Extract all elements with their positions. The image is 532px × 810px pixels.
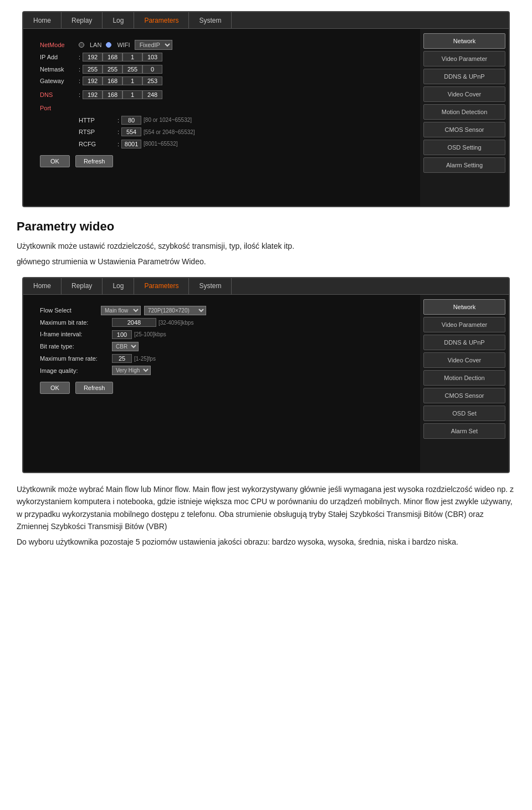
rcfg-input[interactable] (121, 140, 141, 148)
network-form: NetMode LAN WIFI FixedIP DHCP IP Add (23, 29, 420, 206)
maxbitrate-input[interactable] (112, 318, 156, 327)
maxframe-input[interactable] (112, 354, 132, 363)
nav-replay-1[interactable]: Replay (62, 12, 103, 28)
rtsp-label: RTSP (79, 127, 117, 137)
gateway-3[interactable] (122, 76, 142, 85)
flow-res-dropdown[interactable]: 720P(1280×720) 1080P(1920×1080) (144, 306, 206, 315)
http-row: HTTP : [80 or 1024~65532] (40, 116, 403, 125)
ipadd-4[interactable] (142, 53, 162, 61)
sidebar-motion-1[interactable]: Motion Detection (423, 104, 505, 120)
cam-nav-2: Home Replay Log Parameters System (23, 278, 509, 295)
http-hint: [80 or 1024~65532] (144, 116, 192, 124)
flow-select-row: Flow Select Main flow Minor flow 720P(12… (40, 306, 403, 315)
quality-row: Image quality: Very High High Medium Low… (40, 366, 403, 375)
sidebar-alarm-1[interactable]: Alarm Setting (423, 157, 505, 173)
maxframe-hint: [1-25]fps (134, 355, 156, 363)
lan-radio[interactable] (79, 42, 84, 48)
heading-parametry-wideo: Parametry wideo (17, 217, 515, 235)
iframe-hint: [25-100]kbps (134, 330, 166, 339)
netmask-4[interactable] (142, 65, 162, 74)
netmask-label: Netmask (40, 65, 79, 74)
nav-home-1[interactable]: Home (23, 12, 62, 28)
action-buttons-1: OK Refresh (40, 155, 403, 167)
wifi-label: WIFI (117, 40, 130, 50)
netmode-row: NetMode LAN WIFI FixedIP DHCP (40, 40, 403, 50)
http-input[interactable] (121, 116, 141, 125)
netmask-row: Netmask : (40, 65, 403, 74)
page-wrapper: Home Replay Log Parameters System NetMod… (0, 0, 532, 571)
refresh-button-1[interactable]: Refresh (75, 155, 114, 167)
rtsp-input[interactable] (121, 127, 141, 136)
quality-dropdown[interactable]: Very High High Medium Low Very Low (112, 366, 151, 375)
ipadd-1[interactable] (83, 53, 103, 61)
netmask-1[interactable] (83, 65, 103, 74)
wifi-radio[interactable] (106, 42, 111, 48)
sidebar-cmos-1[interactable]: CMOS Sensor (423, 122, 505, 137)
iframe-row: I-frame interval: [25-100]kbps (40, 330, 403, 339)
ipadd-2[interactable] (103, 53, 122, 61)
maxframe-row: Maximum frame rate: [1-25]fps (40, 354, 403, 363)
refresh-button-2[interactable]: Refresh (75, 382, 114, 394)
nav-log-1[interactable]: Log (103, 12, 134, 28)
gateway-row: Gateway : (40, 76, 403, 86)
cam-body-2: Flow Select Main flow Minor flow 720P(12… (23, 295, 509, 472)
ok-button-1[interactable]: OK (40, 155, 70, 167)
dns-2[interactable] (103, 90, 122, 99)
dns-row: DNS : (40, 90, 403, 100)
iframe-input[interactable] (112, 330, 132, 339)
sidebar-ddns-1[interactable]: DDNS & UPnP (423, 69, 505, 84)
sidebar-video-cover-1[interactable]: Video Cover (423, 86, 505, 102)
nav-replay-2[interactable]: Replay (62, 278, 103, 294)
port-label: Port (40, 104, 79, 113)
sidebar-ddns-2[interactable]: DDNS & UPnP (423, 335, 505, 350)
nav-parameters-1[interactable]: Parameters (134, 12, 189, 28)
maxframe-label: Maximum frame rate: (40, 354, 112, 363)
iframe-label: I-frame interval: (40, 330, 112, 339)
netmask-2[interactable] (103, 65, 122, 74)
sidebar-osd-1[interactable]: OSD Setting (423, 140, 505, 155)
rcfg-hint: [8001~65532] (144, 140, 177, 148)
gateway-2[interactable] (103, 76, 122, 85)
maxbitrate-hint: [32-4096]kbps (158, 319, 193, 327)
text-paragraph-1-0: Użytkownik może ustawić rozdzielczość, s… (17, 240, 515, 252)
nav-parameters-2[interactable]: Parameters (134, 278, 189, 294)
rcfg-row: RCFG : [8001~65532] (40, 140, 403, 149)
ok-button-2[interactable]: OK (40, 382, 70, 394)
sidebar-cmos-2[interactable]: CMOS Sensor (423, 388, 505, 403)
sidebar-network-1[interactable]: Network (423, 33, 505, 49)
netmode-label: NetMode (40, 40, 79, 50)
sidebar-video-param-1[interactable]: Video Parameter (423, 51, 505, 66)
gateway-1[interactable] (83, 76, 103, 85)
sidebar-motion-2[interactable]: Motion Dection (423, 370, 505, 386)
flow-main-dropdown[interactable]: Main flow Minor flow (101, 306, 141, 315)
fixedip-dropdown[interactable]: FixedIP DHCP (135, 40, 172, 50)
rtsp-row: RTSP : [554 or 2048~65532] (40, 127, 403, 137)
gateway-label: Gateway (40, 76, 79, 86)
port-section-row: Port (40, 104, 403, 113)
cam-sidebar-2: Network Video Parameter DDNS & UPnP Vide… (420, 295, 509, 472)
sidebar-network-2[interactable]: Network (423, 299, 505, 315)
bitrate-dropdown[interactable]: CBR VBR (112, 342, 139, 351)
dns-1[interactable] (83, 90, 103, 99)
sidebar-alarm-2[interactable]: Alarm Set (423, 423, 505, 439)
action-buttons-2: OK Refresh (40, 382, 403, 394)
sidebar-osd-2[interactable]: OSD Set (423, 406, 505, 421)
sidebar-video-param-2[interactable]: Video Parameter (423, 317, 505, 332)
ipadd-3[interactable] (122, 53, 142, 61)
flow-select-label: Flow Select (40, 306, 101, 315)
dns-3[interactable] (122, 90, 142, 99)
dns-4[interactable] (142, 90, 162, 99)
dns-label: DNS (40, 90, 79, 100)
cam-nav-1: Home Replay Log Parameters System (23, 12, 509, 29)
gateway-4[interactable] (142, 76, 162, 85)
nav-log-2[interactable]: Log (103, 278, 134, 294)
sidebar-video-cover-2[interactable]: Video Cover (423, 352, 505, 368)
nav-system-2[interactable]: System (189, 278, 232, 294)
maxbitrate-label: Maximum bit rate: (40, 318, 112, 327)
nav-home-2[interactable]: Home (23, 278, 62, 294)
bitrate-row: Bit rate type: CBR VBR (40, 342, 403, 351)
netmask-3[interactable] (122, 65, 142, 74)
text-paragraph-2-1: Do wyboru użytkownika pozostaje 5 poziom… (17, 536, 515, 548)
nav-system-1[interactable]: System (189, 12, 232, 28)
netmode-radio-group: LAN WIFI FixedIP DHCP (79, 40, 172, 50)
